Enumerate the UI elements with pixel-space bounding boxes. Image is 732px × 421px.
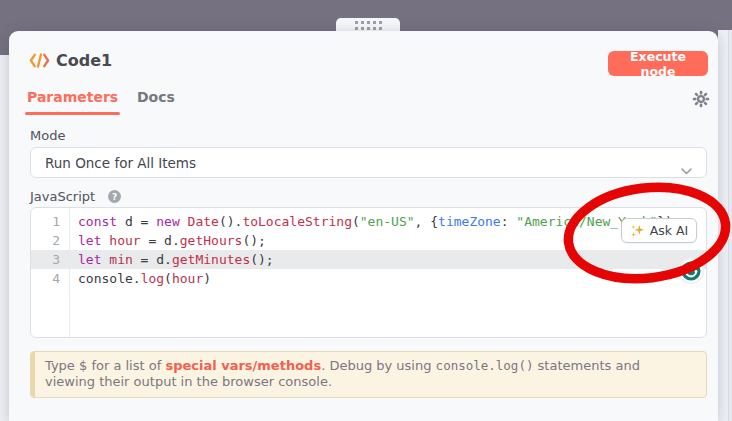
code-node-icon — [29, 52, 50, 73]
mode-select[interactable]: Run Once for All Items — [30, 147, 707, 178]
active-tab-underline — [25, 112, 120, 115]
line-number: 3 — [31, 250, 69, 269]
hint-callout: Type $ for a list of special vars/method… — [30, 351, 707, 398]
code-lines[interactable]: const d = new Date().toLocaleString("en-… — [70, 208, 706, 337]
mode-selected-value: Run Once for All Items — [45, 155, 196, 171]
sparkles-icon — [630, 223, 645, 238]
side-panel-edge — [728, 30, 732, 421]
node-settings-gear-icon[interactable] — [692, 90, 710, 112]
code-editor[interactable]: 1234 const d = new Date().toLocaleString… — [30, 207, 707, 338]
hint-text: Type $ for a list of special vars/method… — [45, 358, 693, 390]
tab-parameters[interactable]: Parameters — [27, 89, 118, 105]
hint-text-segment: . Debug by using — [321, 358, 435, 373]
javascript-label: JavaScript — [30, 189, 95, 204]
tab-docs[interactable]: Docs — [137, 89, 175, 105]
line-number: 2 — [31, 231, 69, 250]
line-number: 4 — [31, 269, 69, 288]
line-number: 1 — [31, 212, 69, 231]
assistant-badge-icon[interactable] — [677, 257, 705, 289]
hint-callout-accent — [31, 352, 35, 397]
code-line[interactable]: let min = d.getMinutes(); — [70, 250, 706, 269]
execute-node-button[interactable]: Execute node — [608, 51, 708, 76]
ask-ai-label: Ask AI — [650, 223, 689, 238]
code-line[interactable]: console.log(hour) — [70, 269, 706, 288]
screen: Code1 Execute node Parameters Docs — [0, 0, 732, 421]
hint-text-segment: Type $ for a list of — [45, 358, 165, 373]
node-title: Code1 — [56, 51, 112, 70]
help-icon[interactable]: ? — [108, 190, 121, 203]
inline-code: console.log() — [436, 358, 534, 373]
chevron-down-icon — [681, 160, 692, 179]
code-line[interactable]: const d = new Date().toLocaleString("en-… — [70, 212, 706, 231]
special-vars-link[interactable]: special vars/methods — [165, 358, 321, 373]
code-gutter: 1234 — [31, 208, 70, 337]
ask-ai-button[interactable]: Ask AI — [621, 218, 697, 243]
code-line[interactable]: let hour = d.getHours(); — [70, 231, 706, 250]
side-panel-gap — [718, 30, 728, 421]
mode-label: Mode — [30, 128, 65, 143]
drag-dots-icon — [355, 21, 382, 30]
